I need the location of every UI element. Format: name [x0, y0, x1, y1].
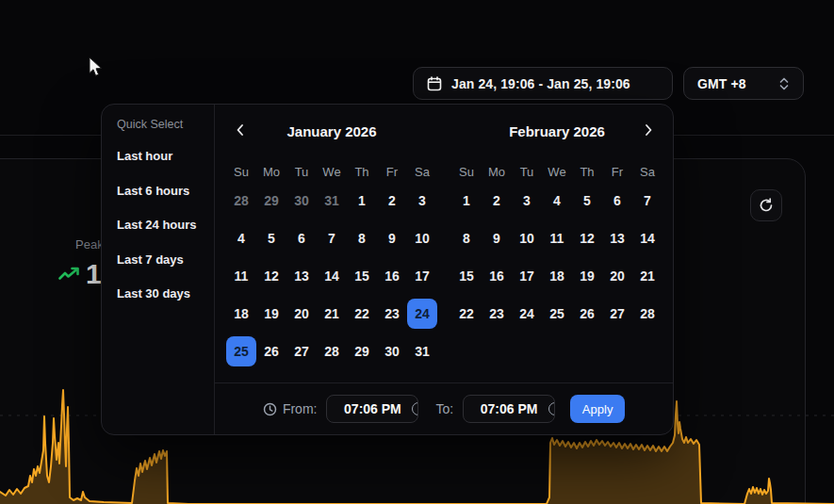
from-time-input[interactable]: 07:06 PM [326, 395, 418, 423]
calendar-day[interactable]: 24 [512, 299, 542, 329]
calendar-day[interactable]: 4 [226, 223, 256, 253]
calendar-day[interactable]: 22 [347, 299, 377, 329]
calendar-day[interactable]: 4 [542, 186, 572, 216]
month-title: January 2026 [226, 123, 437, 140]
weekday-label: Fr [377, 165, 407, 179]
calendar-day[interactable]: 16 [377, 261, 407, 291]
calendar-day[interactable]: 7 [632, 186, 662, 216]
apply-button[interactable]: Apply [570, 395, 625, 423]
weekday-label: Fr [602, 165, 632, 179]
quick-select-item[interactable]: Last 30 days [117, 287, 214, 301]
calendar-day[interactable]: 31 [317, 186, 347, 216]
date-range-button[interactable]: Jan 24, 19:06 - Jan 25, 19:06 [413, 67, 673, 100]
calendar-day[interactable]: 27 [602, 299, 632, 329]
time-selection-footer: From: 07:06 PM To: 07:06 PM Apply [215, 382, 673, 434]
day-grid: 2829303112345678910111213141516171819202… [226, 182, 437, 370]
calendar-day[interactable]: 29 [347, 336, 377, 366]
month-january: January 2026 SuMoTuWeThFrSa 282930311234… [226, 123, 437, 370]
trend-up-icon [58, 267, 80, 282]
calendar-day[interactable]: 26 [256, 336, 286, 366]
calendar-day[interactable]: 23 [482, 299, 512, 329]
calendar-day[interactable]: 23 [377, 299, 407, 329]
calendar-day[interactable]: 6 [286, 223, 317, 253]
weekday-label: Su [451, 165, 482, 179]
quick-select-item[interactable]: Last hour [117, 150, 214, 163]
weekday-label: Mo [256, 165, 286, 179]
calendar-day[interactable]: 13 [602, 223, 632, 253]
calendar-day[interactable]: 25 [542, 299, 572, 329]
quick-select-list: Last hourLast 6 hoursLast 24 hoursLast 7… [117, 150, 214, 301]
calendar-day[interactable]: 18 [542, 261, 572, 291]
weekday-label: Sa [632, 165, 662, 179]
calendar-day[interactable]: 7 [317, 223, 347, 253]
calendar-day[interactable]: 8 [347, 223, 377, 253]
calendar-day[interactable]: 6 [602, 186, 632, 216]
calendar-day[interactable]: 13 [286, 261, 317, 291]
peak-label: Peak [75, 237, 104, 252]
calendar-day-selected[interactable]: 25 [226, 336, 256, 366]
calendar-day[interactable]: 3 [512, 186, 542, 216]
calendar-day[interactable]: 3 [407, 186, 437, 216]
calendar-day[interactable]: 5 [256, 223, 286, 253]
calendar-day[interactable]: 15 [347, 261, 377, 291]
calendar-day[interactable]: 14 [632, 223, 662, 253]
calendar-day[interactable]: 12 [256, 261, 286, 291]
calendar-day[interactable]: 10 [407, 223, 437, 253]
quick-select-item[interactable]: Last 7 days [117, 253, 214, 267]
weekday-label: We [317, 165, 347, 179]
calendar-day[interactable]: 9 [377, 223, 407, 253]
calendar-day[interactable]: 26 [572, 299, 602, 329]
to-time-input[interactable]: 07:06 PM [463, 395, 555, 423]
calendar-day[interactable]: 30 [286, 186, 317, 216]
weekday-label: Sa [407, 165, 437, 179]
calendar-day[interactable]: 18 [226, 299, 256, 329]
quick-select-item[interactable]: Last 24 hours [117, 219, 214, 232]
calendar-day[interactable]: 20 [602, 261, 632, 291]
calendar-day[interactable]: 17 [407, 261, 437, 291]
weekday-row: SuMoTuWeThFrSa [451, 165, 662, 179]
calendar-day[interactable]: 10 [512, 223, 542, 253]
calendar-day[interactable]: 14 [317, 261, 347, 291]
timezone-button[interactable]: GMT +8 [683, 67, 804, 100]
timezone-text: GMT +8 [697, 76, 746, 91]
clock-icon [263, 402, 277, 416]
mouse-cursor [87, 57, 106, 77]
calendar-day-selected[interactable]: 24 [407, 299, 437, 329]
quick-select-panel: Quick Select Last hourLast 6 hoursLast 2… [102, 105, 215, 434]
calendar-day[interactable]: 2 [482, 186, 512, 216]
calendar-day[interactable]: 29 [256, 186, 286, 216]
calendar-day[interactable]: 19 [256, 299, 286, 329]
calendar-day[interactable]: 1 [347, 186, 377, 216]
to-label: To: [435, 401, 453, 416]
calendar-day[interactable]: 19 [572, 261, 602, 291]
calendar-day[interactable]: 17 [512, 261, 542, 291]
quick-select-title: Quick Select [117, 118, 214, 131]
month-february: February 2026 SuMoTuWeThFrSa 12345678910… [451, 123, 662, 333]
refresh-button[interactable] [750, 189, 782, 221]
calendar-day[interactable]: 28 [632, 299, 662, 329]
calendar-day[interactable]: 9 [482, 223, 512, 253]
calendar-day[interactable]: 28 [317, 336, 347, 366]
calendar-day[interactable]: 22 [451, 299, 482, 329]
calendar-day[interactable]: 11 [542, 223, 572, 253]
calendar-day[interactable]: 21 [317, 299, 347, 329]
calendar-day[interactable]: 12 [572, 223, 602, 253]
calendar-day[interactable]: 2 [377, 186, 407, 216]
quick-select-item[interactable]: Last 6 hours [117, 185, 214, 198]
calendar-day[interactable]: 8 [451, 223, 482, 253]
calendar-day[interactable]: 21 [632, 261, 662, 291]
calendar-day[interactable]: 15 [451, 261, 482, 291]
calendar-day[interactable]: 5 [572, 186, 602, 216]
weekday-label: Th [347, 165, 377, 179]
calendar-day[interactable]: 16 [482, 261, 512, 291]
calendar-day[interactable]: 20 [286, 299, 317, 329]
date-range-text: Jan 24, 19:06 - Jan 25, 19:06 [451, 76, 630, 91]
calendar-day[interactable]: 31 [407, 336, 437, 366]
calendar-day[interactable]: 27 [286, 336, 317, 366]
calendar-day[interactable]: 1 [451, 186, 482, 216]
weekday-label: Mo [482, 165, 512, 179]
calendar-day[interactable]: 30 [377, 336, 407, 366]
calendar-day[interactable]: 28 [226, 186, 256, 216]
calendar-day[interactable]: 11 [226, 261, 256, 291]
from-label: From: [283, 401, 318, 416]
